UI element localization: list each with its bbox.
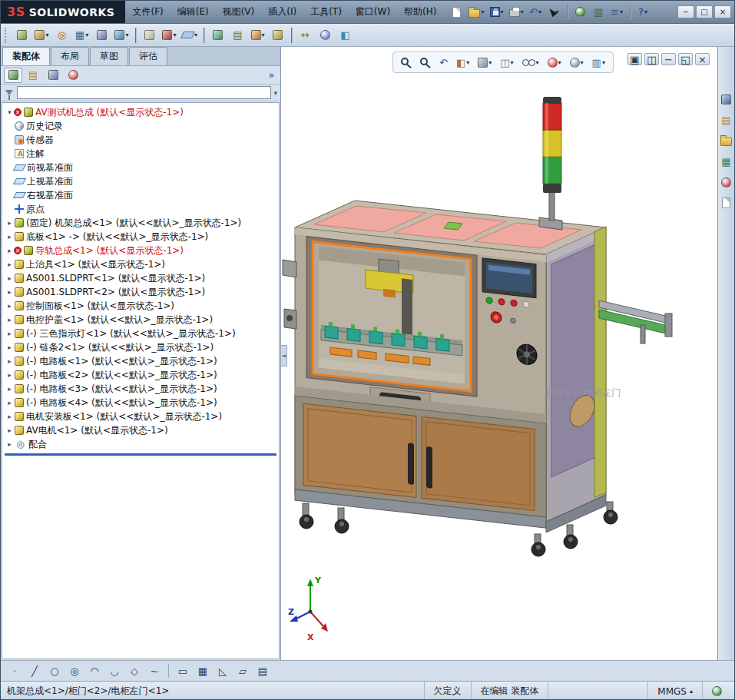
menu-edit[interactable]: 编辑(E) (171, 1, 216, 23)
expander-icon[interactable]: ▸ (5, 288, 14, 296)
propertymanager-tab[interactable]: ▤ (24, 68, 42, 83)
tree-item[interactable]: 传感器 (2, 133, 279, 147)
edit-component-button[interactable] (12, 25, 31, 45)
dropdown-arrow-icon[interactable]: ▾ (521, 8, 524, 15)
tree-item[interactable]: ▸配合 (2, 437, 279, 451)
solidworks-resources-tab[interactable] (719, 91, 734, 107)
tree-item[interactable]: ▸(-) 三色指示灯<1> (默认<<默认>_显示状态-1>) (2, 327, 279, 340)
menu-window[interactable]: 窗口(W) (349, 1, 397, 23)
signal-tower[interactable] (539, 97, 562, 230)
machine-front-face[interactable] (295, 227, 546, 528)
door-handle-right[interactable] (426, 446, 432, 489)
dropdown-arrow-icon[interactable]: ▾ (581, 59, 584, 66)
expander-icon[interactable]: ▸ (5, 343, 14, 351)
assembly-features-button[interactable]: ▾ (160, 25, 179, 45)
expander-icon[interactable]: ▸ (5, 399, 14, 406)
bill-of-materials-button[interactable]: ▤ (228, 25, 247, 45)
tree-item[interactable]: ▸上治具<1> (默认<显示状态-1>) (2, 257, 279, 271)
tree-item[interactable]: ▸(-) 链条2<1> (默认<<默认>_显示状态-1>) (2, 340, 279, 354)
mate-button[interactable]: ◎ (52, 25, 71, 45)
menu-view[interactable]: 视图(V) (216, 1, 262, 23)
zoom-to-fit-button[interactable] (398, 54, 415, 71)
appearances-scenes-tab[interactable] (719, 174, 734, 190)
panel-splitter-handle[interactable]: ◄ (281, 345, 287, 367)
tab-evaluate[interactable]: 评估 (129, 47, 167, 65)
show-hidden-components-button[interactable] (140, 25, 159, 45)
dropdown-arrow-icon[interactable]: ▾ (85, 32, 88, 38)
linear-component-pattern-button[interactable]: ▦▾ (72, 25, 91, 45)
displaymanager-tab[interactable] (64, 68, 82, 83)
open-button[interactable]: ▾ (466, 3, 486, 22)
expander-icon[interactable]: ▸ (5, 219, 14, 227)
tree-item[interactable]: ▸底板<1> -> (默认<<默认>_显示状态-1>) (2, 230, 279, 244)
tree-item[interactable]: ▸×导轨总成<1> (默认<显示状态-1>) (2, 244, 279, 257)
file-properties-button[interactable]: ▥ (590, 3, 608, 22)
expander-icon[interactable]: ▸ (5, 302, 14, 310)
tree-item[interactable]: ▸(-) 电路板<1> (默认<<默认>_显示状态-1>) (2, 354, 279, 368)
menu-help[interactable]: 帮助(H) (397, 1, 443, 23)
instant3d-button[interactable] (268, 25, 287, 45)
expander-icon[interactable]: ▾ (5, 108, 14, 116)
window-layout-button[interactable]: ≡▾ (608, 3, 626, 22)
mass-properties-button[interactable] (316, 25, 335, 45)
custom-properties-tab[interactable] (719, 195, 734, 211)
select-button[interactable]: ▾ (545, 3, 563, 22)
design-library-tab[interactable]: ▤ (719, 112, 734, 128)
hide-show-items-button[interactable]: ▾ (519, 54, 542, 71)
dropdown-arrow-icon[interactable]: ▾ (644, 8, 647, 15)
tree-item[interactable]: ▸电机安装板<1> (默认<<默认>_显示状态-1>) (2, 410, 279, 423)
maximize-button[interactable]: □ (696, 5, 713, 18)
section-view-button[interactable]: ◧▾ (453, 54, 472, 71)
featuremanager-tab[interactable] (4, 68, 22, 83)
new-motion-study-button[interactable] (208, 25, 227, 45)
view-palette-tab[interactable]: ▦ (719, 154, 734, 169)
tree-item[interactable]: ▸(-) 电路板<2> (默认<<默认>_显示状态-1>) (2, 368, 279, 382)
filter-dropdown-icon[interactable]: ▾ (273, 89, 277, 97)
print-button[interactable]: ▾ (507, 3, 526, 22)
exploded-view-button[interactable]: ▾ (248, 25, 267, 45)
corner-post-green[interactable] (594, 227, 606, 498)
zoom-to-area-button[interactable] (417, 54, 434, 71)
tree-item[interactable]: 右视基准面 (2, 188, 279, 202)
dropdown-arrow-icon[interactable]: ▾ (620, 8, 623, 15)
dropdown-arrow-icon[interactable]: ▾ (194, 32, 197, 38)
dropdown-arrow-icon[interactable]: ▾ (262, 32, 265, 38)
sketch-point-tool[interactable]: · (5, 663, 24, 679)
side-panel-purple[interactable] (551, 243, 599, 477)
toolbar-grip[interactable] (5, 28, 8, 43)
expander-icon[interactable]: ▸ (5, 260, 14, 268)
output-conveyor[interactable] (599, 300, 672, 343)
new-document-button[interactable] (448, 3, 465, 22)
circle-tool[interactable]: ○ (45, 663, 64, 679)
dropdown-arrow-icon[interactable]: ▾ (538, 8, 541, 15)
dropdown-arrow-icon[interactable]: ▾ (45, 32, 48, 38)
doc-close-button[interactable]: × (695, 53, 710, 65)
stop-button-3d[interactable] (498, 298, 505, 305)
expander-icon[interactable]: ▸ (5, 233, 14, 241)
dropdown-arrow-icon[interactable]: ▾ (501, 8, 504, 15)
edit-appearance-button[interactable]: ▾ (545, 54, 564, 71)
side-brackets[interactable] (283, 260, 296, 329)
line-tool[interactable]: ╱ (25, 663, 44, 679)
tree-item[interactable]: ▸电控护盖<1> (默认<<默认>_显示状态-1>) (2, 313, 279, 327)
expander-icon[interactable]: ▸ (5, 413, 14, 420)
start-button-3d[interactable] (486, 297, 492, 304)
plane-tool[interactable]: ▱ (233, 663, 252, 679)
expander-icon[interactable]: ▸ (5, 440, 14, 448)
assembly-3d-model[interactable] (281, 47, 717, 660)
expander-icon[interactable]: ▸ (5, 426, 14, 434)
tab-sketch[interactable]: 草图 (90, 47, 128, 65)
measure-button[interactable]: ↔ (296, 25, 315, 45)
door-handle-left[interactable] (408, 443, 414, 485)
dropdown-arrow-icon[interactable]: ▾ (488, 59, 492, 66)
file-explorer-tab[interactable] (719, 133, 734, 148)
grid-tool[interactable]: ▦ (194, 663, 212, 679)
viewport-split-button[interactable]: ◫ (644, 53, 659, 65)
previous-view-button[interactable]: ↶ (436, 54, 451, 71)
dropdown-arrow-icon[interactable]: ▾ (558, 59, 561, 66)
viewport-single-button[interactable]: ▣ (627, 53, 642, 65)
quick-tip-button[interactable] (702, 682, 731, 700)
configurationmanager-tab[interactable] (44, 68, 62, 83)
tree-item[interactable]: ▸(-) 电路板<3> (默认<<默认>_显示状态-1>) (2, 382, 279, 396)
display-style-button[interactable]: ◫▾ (497, 54, 516, 71)
